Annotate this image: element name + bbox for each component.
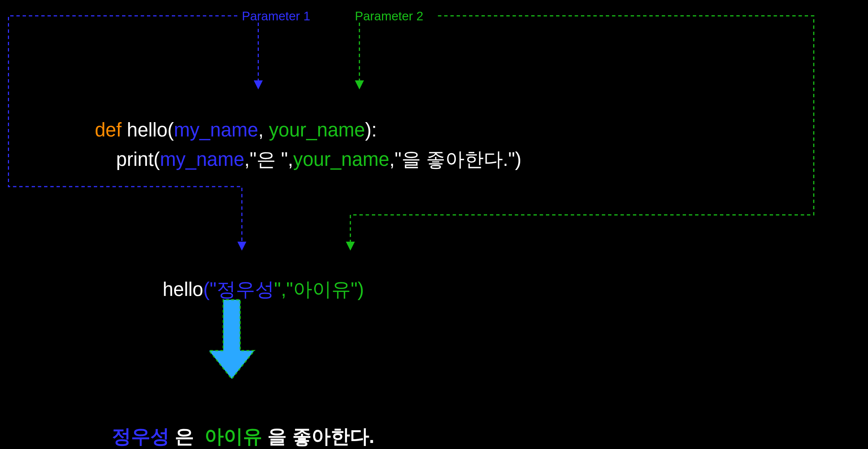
print-open: print(	[95, 148, 160, 170]
call-arg1: 정우성	[217, 278, 274, 300]
call-rp: ")	[351, 278, 364, 300]
body-param2: your_name	[293, 148, 389, 170]
output-arg1: 정우성	[112, 425, 170, 447]
label-parameter-2: Parameter 2	[355, 10, 423, 23]
label-parameter-1: Parameter 1	[242, 10, 310, 23]
body-tail: ,"을 좋아한다.")	[389, 148, 521, 170]
output-line: 정우성 은 아이유 을 좋아한다.	[90, 407, 374, 449]
call-arg2: 아이유	[293, 278, 351, 300]
output-t4: 을 좋아한다.	[262, 425, 374, 447]
body-param1: my_name	[160, 148, 245, 170]
output-t2: 은	[170, 425, 205, 447]
call-fn: hello	[163, 278, 203, 300]
arrows-overlay	[0, 0, 868, 449]
call-line: hello("정우성","아이유")	[141, 260, 364, 318]
body-mid: ,"은 ",	[244, 148, 293, 170]
diagram-canvas: Parameter 1 Parameter 2 def hello(my_nam…	[0, 0, 868, 449]
output-arg2: 아이유	[205, 425, 262, 447]
code-line-2: print(my_name,"은 ",your_name,"을 좋아한다.")	[73, 130, 521, 188]
call-lp: ("	[203, 278, 216, 300]
call-mid: ","	[274, 278, 293, 300]
